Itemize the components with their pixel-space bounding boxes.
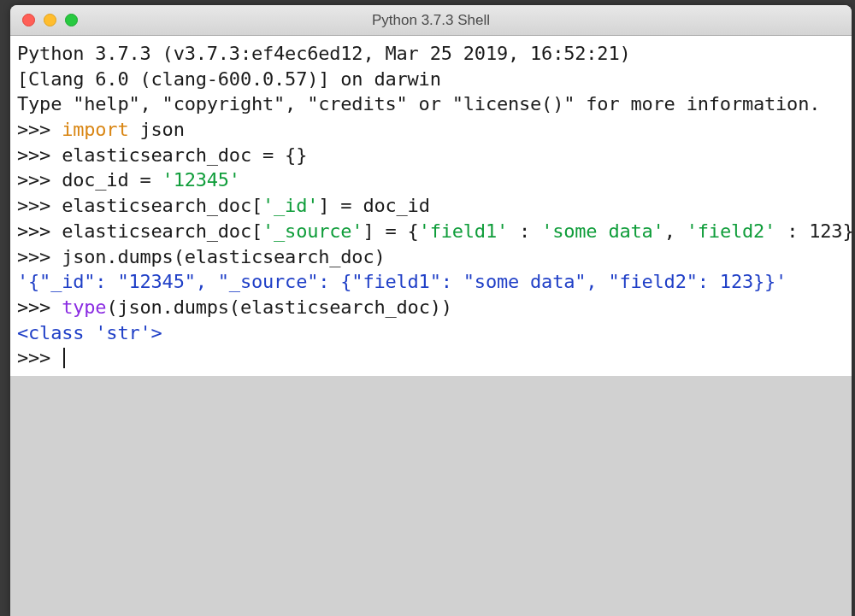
code: (json.dumps(elasticsearch_doc)) [106,296,451,318]
string: '_source' [262,220,363,242]
repl-current-line[interactable]: >>> [17,345,845,371]
cursor-icon [63,348,65,368]
window-controls [10,14,78,26]
code: elasticsearch_doc[ [62,195,262,216]
banner-line: [Clang 6.0 (clang-600.0.57)] on darwin [17,67,845,92]
keyword: import [62,119,128,140]
code: ] = { [363,220,418,242]
string: 'some data' [541,220,664,242]
prompt: >>> [17,347,62,368]
code: ] = doc_id [318,195,429,216]
prompt: >>> [17,195,62,216]
repl-line: >>> import json [17,117,845,143]
code: : 123} [775,220,852,242]
code: elasticsearch_doc = {} [62,144,307,166]
prompt: >>> [17,296,62,318]
prompt: >>> [17,144,62,166]
repl-output: <class 'str'> [17,320,845,346]
banner-line: Type "help", "copyright", "credits" or "… [17,91,845,117]
code: json [128,119,184,140]
repl-line: >>> elasticsearch_doc = {} [17,143,845,168]
idle-window: Python 3.7.3 Shell Python 3.7.3 (v3.7.3:… [10,5,852,616]
window-background [10,376,852,616]
minimize-icon[interactable] [44,14,56,26]
string: 'field2' [687,220,775,242]
close-icon[interactable] [22,14,35,26]
repl-line: >>> type(json.dumps(elasticsearch_doc)) [17,295,845,320]
repl-line: >>> json.dumps(elasticsearch_doc) [17,244,845,270]
code: , [664,220,687,242]
string: '_id' [262,195,318,216]
string: 'field1' [419,220,508,242]
repl-output: '{"_id": "12345", "_source": {"field1": … [17,269,845,295]
prompt: >>> [17,220,62,242]
prompt: >>> [17,119,62,140]
zoom-icon[interactable] [65,14,78,26]
repl-line: >>> doc_id = '12345' [17,167,845,193]
banner-line: Python 3.7.3 (v3.7.3:ef4ec6ed12, Mar 25 … [17,41,845,67]
repl-line: >>> elasticsearch_doc['_source'] = {'fie… [17,219,845,244]
code: doc_id = [62,169,162,191]
code: elasticsearch_doc[ [62,220,262,242]
string: '12345' [162,169,240,191]
code: : [508,220,541,242]
titlebar: Python 3.7.3 Shell [10,5,852,36]
window-title: Python 3.7.3 Shell [10,12,852,29]
shell-output[interactable]: Python 3.7.3 (v3.7.3:ef4ec6ed12, Mar 25 … [10,36,852,376]
repl-line: >>> elasticsearch_doc['_id'] = doc_id [17,193,845,219]
prompt: >>> [17,246,62,267]
builtin: type [62,296,106,318]
code: json.dumps(elasticsearch_doc) [62,246,385,267]
prompt: >>> [17,169,62,191]
